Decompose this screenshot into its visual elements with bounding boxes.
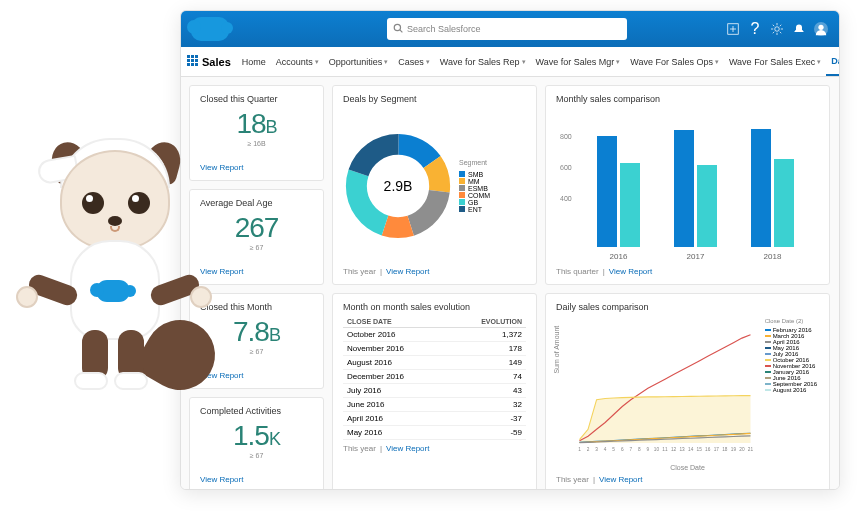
bar — [751, 129, 771, 248]
nav-item-home[interactable]: Home — [237, 47, 271, 76]
chevron-down-icon: ▾ — [522, 58, 526, 66]
gear-icon[interactable] — [769, 21, 785, 37]
add-icon[interactable] — [725, 21, 741, 37]
view-report-link[interactable]: View Report — [386, 267, 429, 276]
metric-subtext: ≥ 67 — [200, 244, 313, 251]
nav-item-wave-for-sales-ops[interactable]: Wave For Sales Ops ▾ — [625, 47, 724, 76]
card-daily-comparison: Daily sales comparison Sum of Amount 500… — [545, 293, 830, 490]
donut-chart: 2.9B — [343, 131, 453, 241]
view-report-link[interactable]: View Report — [200, 371, 313, 380]
view-report-link[interactable]: View Report — [200, 475, 313, 484]
search-icon — [393, 23, 403, 35]
legend-item: COMM — [459, 192, 490, 199]
line-chart: Sum of Amount 500M 123456789101112131415… — [556, 316, 819, 471]
svg-text:10: 10 — [654, 447, 660, 452]
table-row: April 2016-37 — [343, 412, 526, 426]
nav-bar: Sales HomeAccounts ▾Opportunities ▾Cases… — [181, 47, 839, 77]
nav-item-opportunities[interactable]: Opportunities ▾ — [324, 47, 394, 76]
svg-point-0 — [394, 24, 400, 30]
card-title: Deals by Segment — [343, 94, 526, 104]
card-month-evolution: Month on month sales evolution CLOSE DAT… — [332, 293, 537, 490]
svg-text:8: 8 — [638, 447, 641, 452]
nav-item-wave-for-sales-mgr[interactable]: Wave for Sales Mgr ▾ — [531, 47, 626, 76]
svg-text:19: 19 — [731, 447, 737, 452]
bar — [620, 163, 640, 247]
app-name: Sales — [202, 56, 231, 68]
x-axis-label: 2016 — [610, 252, 628, 261]
svg-text:11: 11 — [662, 447, 668, 452]
bar-chart: 800 600 400 201620172018 — [556, 108, 819, 263]
chevron-down-icon: ▾ — [817, 58, 821, 66]
bar-group: 2017 — [674, 112, 717, 247]
line-legend: Close Date (2) February 2016March 2016Ap… — [765, 318, 817, 393]
card-title: Average Deal Age — [200, 198, 313, 208]
donut-legend: Segment SMBMMESMBCOMMGBENT — [459, 159, 490, 213]
svg-line-1 — [400, 30, 403, 33]
table-row: July 201643 — [343, 384, 526, 398]
dashboard-content: Closed this Quarter 18B ≥ 16B View Repor… — [181, 77, 839, 489]
legend-item: ENT — [459, 206, 490, 213]
svg-text:12: 12 — [671, 447, 677, 452]
svg-text:5: 5 — [612, 447, 615, 452]
svg-text:13: 13 — [679, 447, 685, 452]
global-search[interactable]: Search Salesforce — [387, 18, 627, 40]
table-row: October 20161,372 — [343, 328, 526, 342]
svg-text:14: 14 — [688, 447, 694, 452]
table-row: June 201632 — [343, 398, 526, 412]
svg-marker-14 — [580, 396, 751, 443]
chevron-down-icon: ▾ — [616, 58, 620, 66]
x-axis-label: 2018 — [764, 252, 782, 261]
nav-item-dashboards[interactable]: Dashboards ▾ — [826, 47, 840, 76]
card-title: Daily sales comparison — [556, 302, 819, 312]
svg-text:17: 17 — [714, 447, 720, 452]
metric-value: 1.5K — [200, 420, 313, 452]
app-launcher-icon[interactable] — [187, 55, 198, 69]
app-window: Search Salesforce ? Sales HomeAccounts ▾… — [180, 10, 840, 490]
card-deals-segment: Deals by Segment 2.9B — [332, 85, 537, 285]
svg-text:18: 18 — [722, 447, 728, 452]
top-bar: Search Salesforce ? — [181, 11, 839, 47]
nav-item-cases[interactable]: Cases ▾ — [393, 47, 435, 76]
salesforce-logo — [191, 17, 229, 41]
view-report-link[interactable]: View Report — [200, 267, 313, 276]
card-title: Closed this Month — [200, 302, 313, 312]
bell-icon[interactable] — [791, 21, 807, 37]
legend-item: August 2016 — [765, 387, 817, 393]
svg-text:9: 9 — [647, 447, 650, 452]
card-monthly-comparison: Monthly sales comparison 800 600 400 201… — [545, 85, 830, 285]
svg-text:16: 16 — [705, 447, 711, 452]
view-report-link[interactable]: View Report — [599, 475, 642, 484]
chevron-down-icon: ▾ — [315, 58, 319, 66]
chevron-down-icon: ▾ — [384, 58, 388, 66]
view-report-link[interactable]: View Report — [386, 444, 429, 453]
legend-item: GB — [459, 199, 490, 206]
legend-item: SMB — [459, 171, 490, 178]
svg-text:3: 3 — [595, 447, 598, 452]
svg-text:21: 21 — [748, 447, 754, 452]
card-title: Monthly sales comparison — [556, 94, 819, 104]
legend-item: MM — [459, 178, 490, 185]
metric-value: 7.8B — [200, 316, 313, 348]
bar — [697, 165, 717, 248]
nav-item-wave-for-sales-rep[interactable]: Wave for Sales Rep ▾ — [435, 47, 531, 76]
metric-subtext: ≥ 16B — [200, 140, 313, 147]
donut-center: 2.9B — [384, 178, 413, 194]
help-icon[interactable]: ? — [747, 21, 763, 37]
nav-item-accounts[interactable]: Accounts ▾ — [271, 47, 324, 76]
x-axis-label: 2017 — [687, 252, 705, 261]
chevron-down-icon: ▾ — [426, 58, 430, 66]
svg-text:15: 15 — [697, 447, 703, 452]
card-title: Closed this Quarter — [200, 94, 313, 104]
svg-text:20: 20 — [739, 447, 745, 452]
view-report-link[interactable]: View Report — [200, 163, 313, 172]
svg-point-5 — [775, 27, 780, 32]
legend-item: ESMB — [459, 185, 490, 192]
nav-item-wave-for-sales-exec[interactable]: Wave For Sales Exec ▾ — [724, 47, 826, 76]
avatar-icon[interactable] — [813, 21, 829, 37]
view-report-link[interactable]: View Report — [609, 267, 652, 276]
table-row: November 2016178 — [343, 342, 526, 356]
metric-subtext: ≥ 67 — [200, 348, 313, 355]
evolution-table: CLOSE DATEEVOLUTION October 20161,372Nov… — [343, 316, 526, 440]
svg-text:1: 1 — [578, 447, 581, 452]
svg-point-7 — [818, 25, 823, 30]
